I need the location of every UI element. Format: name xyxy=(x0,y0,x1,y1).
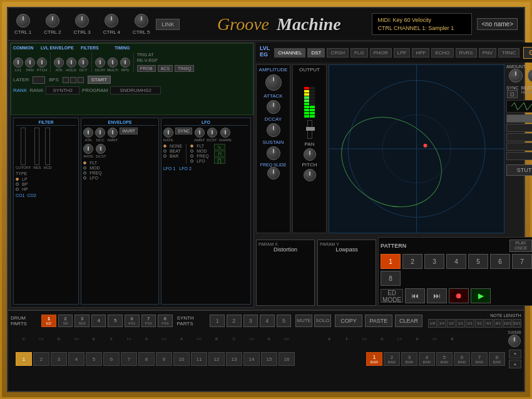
bar-btn-4[interactable]: 4 BAR xyxy=(419,352,435,366)
output-fader[interactable] xyxy=(307,120,312,139)
ctrl3-knob[interactable] xyxy=(75,14,89,28)
program-dropdown[interactable]: SNDRUMHS2 xyxy=(110,86,161,94)
step-11[interactable]: 11 xyxy=(191,352,207,366)
rewind-btn[interactable]: ⏮ xyxy=(405,288,425,303)
step-13[interactable]: 13 xyxy=(226,352,242,366)
pan-knob[interactable] xyxy=(25,58,35,68)
ratio-1-4[interactable]: 1/4 xyxy=(506,152,532,160)
sustain-knob[interactable] xyxy=(267,146,280,160)
bfs-check3[interactable] xyxy=(78,77,84,83)
step-15[interactable]: 15 xyxy=(261,352,277,366)
step-9[interactable]: 9 xyxy=(156,352,172,366)
env-mod[interactable]: MOD xyxy=(83,166,101,170)
synth-btn-5[interactable]: 5 xyxy=(277,315,292,327)
drum-btn-4[interactable]: 4 xyxy=(91,315,106,327)
tab-crsh[interactable]: CRSH xyxy=(327,48,349,58)
step-7[interactable]: 7 xyxy=(121,352,137,366)
stutter-button[interactable]: STUTTER xyxy=(506,164,532,176)
tab-rvrs[interactable]: RVRS xyxy=(456,48,477,58)
lfo-amnt-knob[interactable] xyxy=(195,128,205,138)
filter-k1[interactable] xyxy=(95,58,105,68)
synth-btn-2[interactable]: 2 xyxy=(227,315,242,327)
env-flt[interactable]: FLT xyxy=(83,161,101,165)
lfo-bar[interactable]: BAR xyxy=(163,154,182,158)
tab-hpf[interactable]: HPF xyxy=(412,48,429,58)
ctrl1-knob[interactable] xyxy=(16,14,30,28)
freq-slide-knob[interactable] xyxy=(267,167,280,179)
cutoff-slider[interactable] xyxy=(21,128,26,165)
lfo-sync-btn[interactable]: SYNC xyxy=(175,128,192,134)
prob-btn[interactable]: PROB xyxy=(137,65,156,72)
filter-hp[interactable]: HP xyxy=(16,187,76,191)
filter-lp[interactable]: LP xyxy=(16,177,76,181)
env-lfo[interactable]: LFO xyxy=(83,176,101,180)
hold-knob[interactable] xyxy=(66,58,76,68)
step-3[interactable]: 3 xyxy=(51,352,67,366)
ctrl5-knob[interactable] xyxy=(135,14,148,28)
glue-button[interactable]: GLUE xyxy=(523,47,532,59)
ratio-1-1[interactable]: 1/1 xyxy=(506,114,532,123)
pat-btn-1[interactable]: 1 xyxy=(381,254,401,269)
amplitude-knob[interactable] xyxy=(265,74,282,91)
bfs-check2[interactable] xyxy=(70,77,76,83)
tab-channel[interactable]: CHANNEL xyxy=(274,48,305,58)
param-x-value[interactable]: Distortion xyxy=(258,246,312,253)
swmb-knob[interactable] xyxy=(508,335,521,347)
bar-btn-6[interactable]: 6 BAR xyxy=(454,352,470,366)
bar-btn-7[interactable]: 7 BAR xyxy=(471,352,488,366)
ctrl4-knob[interactable] xyxy=(105,14,118,28)
nl-3-1[interactable]: 3/1 xyxy=(475,319,484,328)
tab-dst[interactable]: DST xyxy=(307,48,325,58)
hcd-slider[interactable] xyxy=(45,128,50,165)
clear-button[interactable]: CLEAR xyxy=(395,315,422,327)
step-6[interactable]: 6 xyxy=(103,352,120,366)
record-btn[interactable]: ⏺ xyxy=(449,288,469,303)
dcy-knob[interactable] xyxy=(78,58,88,68)
ptch-knob[interactable] xyxy=(37,58,47,68)
paste-button[interactable]: PASTE xyxy=(365,315,392,327)
env-freq[interactable]: FREQ xyxy=(83,171,101,175)
mute-button[interactable]: MUTE xyxy=(295,315,312,327)
env-rate-knob[interactable] xyxy=(83,144,93,154)
param-y-value[interactable]: Lowpass xyxy=(320,246,374,253)
nl-1-2[interactable]: 1/2 xyxy=(447,319,456,328)
bar-btn-3[interactable]: 3 BAR xyxy=(401,352,417,366)
pat-btn-3[interactable]: 3 xyxy=(424,254,444,269)
drum-btn-5[interactable]: 5 xyxy=(108,315,123,327)
pat-btn-2[interactable]: 2 xyxy=(402,254,422,269)
lfo-dest-freq[interactable]: FREQ xyxy=(190,154,208,158)
forward-btn[interactable]: ⏭ xyxy=(427,288,447,303)
lfo-beat[interactable]: BEAT xyxy=(163,149,182,153)
step-10[interactable]: 10 xyxy=(173,352,190,366)
synth-btn-4[interactable]: 4 xyxy=(260,315,275,327)
link-button[interactable]: LINK xyxy=(156,19,180,30)
lfo-shape-knob[interactable] xyxy=(220,128,230,138)
drum-btn-6[interactable]: 6 FX1 xyxy=(125,315,140,327)
step-2[interactable]: 2 xyxy=(33,352,49,366)
ratio-3-4[interactable]: 3/4 xyxy=(506,124,532,132)
nl-4-1[interactable]: 4/1 xyxy=(484,319,493,328)
step-12[interactable]: 12 xyxy=(208,352,225,366)
nl-1-8[interactable]: 1/8 xyxy=(428,319,437,328)
step-4[interactable]: 4 xyxy=(68,352,84,366)
step-5[interactable]: 5 xyxy=(86,352,102,366)
pat-btn-4[interactable]: 4 xyxy=(446,254,466,269)
tab-lpf[interactable]: LPF xyxy=(394,48,411,58)
drum-btn-7[interactable]: 7 FX2 xyxy=(141,315,156,327)
pat-btn-5[interactable]: 5 xyxy=(468,254,488,269)
nl-1-1[interactable]: 1/1 xyxy=(456,319,465,328)
sync-btn[interactable]: ◻ xyxy=(507,90,518,98)
tab-pnv[interactable]: PNV xyxy=(479,48,496,58)
pat-btn-7[interactable]: 7 xyxy=(512,254,532,269)
bar-btn-1[interactable]: 1 BAR xyxy=(366,352,382,366)
copy-button[interactable]: COPY xyxy=(335,315,362,327)
bar-btn-8[interactable]: 8 BAR xyxy=(489,352,505,366)
pitch-knob[interactable] xyxy=(304,169,316,181)
tab-trnc[interactable]: TRNC xyxy=(498,48,519,58)
edit-mode-btn[interactable]: EDMODE xyxy=(381,289,403,303)
ctrl2-knob[interactable] xyxy=(46,14,59,28)
bar-btn-5[interactable]: 5 BAR xyxy=(436,352,453,366)
eg-knob[interactable] xyxy=(528,69,532,83)
ratio-1-2[interactable]: 1/2 xyxy=(506,133,532,141)
nl-2-1[interactable]: 2/1 xyxy=(466,319,474,328)
